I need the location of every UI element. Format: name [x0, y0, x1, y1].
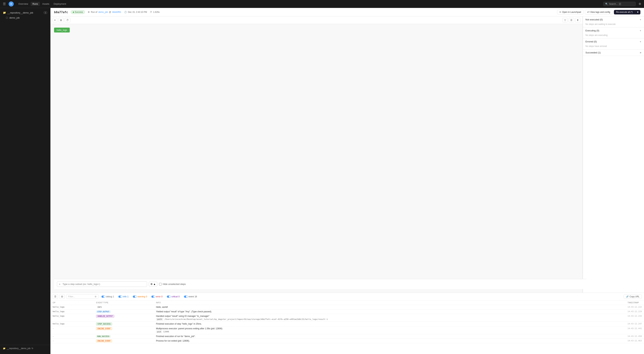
nav-overview[interactable]: Overview	[16, 2, 30, 6]
td-info: Multiprocess executor: parent process ex…	[154, 326, 626, 334]
chip-error[interactable]: error 0	[150, 295, 164, 298]
col-event-type: EVENT TYPE	[94, 300, 154, 305]
run-duration: 1.626s	[153, 11, 160, 13]
td-op: -	[50, 326, 94, 334]
status-label: Success	[75, 11, 83, 13]
re-execute-label: Re-execute all (*)	[616, 11, 633, 13]
rp-section-succeeded-header[interactable]: Succeeded (1) ▶	[583, 49, 644, 56]
toolbar-time-btn[interactable]: ⏱	[65, 18, 70, 22]
copy-icon[interactable]: ⧉	[326, 318, 328, 320]
logs-grid-btn[interactable]: ⊟	[60, 294, 65, 299]
info-text: Finished execution of run for "demo_job"…	[156, 335, 623, 337]
at-label: @	[109, 11, 111, 13]
rp-section-executing-header[interactable]: Executing (0) ▼	[583, 28, 644, 34]
step-subset-input[interactable]	[57, 281, 147, 287]
logs-list-btn[interactable]: ☰	[52, 294, 58, 299]
open-launchpad-button[interactable]: ✏ Open in Launchpad	[557, 10, 584, 15]
refresh-icon[interactable]: ↻	[32, 347, 33, 350]
event-type-badge: STEP_SUCCESS	[96, 323, 112, 325]
sub-key: path	[156, 318, 164, 321]
sidebar-bottom-repo[interactable]: 📁 __repository__demo_job ↻	[3, 346, 48, 350]
run-status-badge: Success	[71, 10, 85, 14]
launchpad-icon: ✏	[560, 11, 561, 13]
toolbar-grid-btn[interactable]: ⊞	[58, 18, 64, 22]
event-type-badge: STEP_OUTPUT	[96, 310, 110, 313]
chip-warning[interactable]: warning 0	[131, 295, 148, 298]
chip-info[interactable]: info 1	[117, 295, 130, 298]
td-event-type: HANDLED_OUTPUT	[94, 314, 154, 322]
rp-section-errored-header[interactable]: Errored (0) ▼	[583, 39, 644, 45]
run-icon: ⚙	[88, 11, 90, 13]
table-row: hello_logsINFOHello, world!14:43:12.222	[50, 305, 644, 309]
td-op: -	[50, 334, 94, 339]
nav-assets[interactable]: Assets	[40, 2, 51, 6]
graph-search-bar: ✦ ⚙ ▲ Hide unselected steps	[54, 279, 586, 289]
sidebar-item-job[interactable]: ⬡ demo_job	[0, 15, 50, 20]
run-meta-duration: ⏱ 1.626s	[150, 11, 160, 13]
rp-section-not-executed-header[interactable]: Not executed (0) ▼	[583, 17, 644, 23]
re-execute-button[interactable]: Re-execute all (*)	[614, 10, 635, 15]
tags-label: View tags and config	[590, 11, 610, 13]
layout-btn[interactable]: ⬆	[575, 18, 580, 22]
view-tags-button[interactable]: 🏷 View tags and config	[585, 10, 613, 15]
td-info: Hello, world!	[154, 305, 626, 309]
graph-settings-btn[interactable]: ⚙ ▲	[149, 282, 157, 286]
td-timestamp: 14:43:12.243	[626, 314, 644, 322]
logs-filter-input[interactable]: Filter... ⊗	[66, 294, 98, 299]
copy-url-button[interactable]: 🔗 Copy URL	[624, 294, 642, 299]
chip-debug-count: 1	[113, 295, 114, 298]
chip-debug-label: debug	[106, 295, 112, 298]
main-layout: 📁 __repository__demo_job 1 ⬡ demo_job 📁 …	[0, 8, 644, 354]
sidebar-item-repo[interactable]: 📁 __repository__demo_job 1	[0, 10, 50, 15]
sub-key: pid	[156, 330, 162, 333]
run-header: b8a77afc Success ⚙ Run of demo_job @ b6e…	[50, 8, 644, 17]
chevron-right-icon: ▶	[640, 51, 642, 54]
table-row: -ENGINE_EVENTProcess for run exited (pid…	[50, 339, 644, 343]
node-hello-logs[interactable]: hello_logs	[54, 28, 70, 33]
view-btn[interactable]: ☰	[569, 18, 574, 22]
nav-runs[interactable]: Runs	[31, 2, 40, 6]
table-row: hello_logsHANDLED_OUTPUTHandled output "…	[50, 314, 644, 322]
content-area: b8a77afc Success ⚙ Run of demo_job @ b6e…	[50, 8, 644, 354]
filter-btn[interactable]: ▽	[562, 18, 568, 22]
run-meta-job: ⚙ Run of demo_job @ b6eb0f91	[88, 11, 121, 13]
chevron-down-icon-3: ▼	[640, 41, 642, 43]
toggle-error	[151, 295, 155, 298]
table-row: hello_logsSTEP_SUCCESSFinished execution…	[50, 322, 644, 326]
log-table: OP EVENT TYPE INFO TIMESTAMP hello_logsI…	[50, 300, 644, 354]
logs-toolbar: ☰ ⊟ Filter... ⊗ debug 1 info 1	[50, 293, 644, 300]
commit-link[interactable]: b6eb0f91	[112, 11, 121, 13]
tag-icon: 🏷	[587, 11, 590, 13]
toggle-debug	[102, 295, 106, 298]
hamburger-icon[interactable]: ☰	[3, 2, 6, 6]
gear-icon[interactable]: ⚙	[638, 2, 641, 6]
info-text: Handled output "result" using IO manager…	[156, 315, 623, 317]
graph-toolbar: ≡ ⊞ ⏱ ▽ ☰ ⬆	[50, 17, 582, 24]
chip-debug[interactable]: debug 1	[100, 295, 116, 298]
td-info: Yielded output "result" of type "Any". (…	[154, 309, 626, 314]
filter-clear-icon[interactable]: ⊗	[94, 295, 96, 298]
search-wrapper: ✦	[57, 281, 147, 287]
right-panel: Not executed (0) ▼ No steps are waiting …	[583, 17, 644, 293]
td-op: -	[50, 339, 94, 343]
logs-panel: ☰ ⊟ Filter... ⊗ debug 1 info 1	[50, 293, 644, 354]
search-bar[interactable]: 🔍 Search... /	[603, 2, 636, 6]
rp-errored-content: No steps have errored	[583, 45, 644, 49]
rp-executing-empty: No steps are executing	[586, 34, 608, 37]
rp-errored-empty: No steps have errored	[586, 45, 607, 48]
chip-critical[interactable]: critical 0	[166, 295, 181, 298]
hide-unselected-checkbox[interactable]	[159, 283, 162, 285]
col-info: INFO	[154, 300, 626, 305]
toolbar-list-btn[interactable]: ≡	[52, 18, 57, 22]
sub-val: 12806	[163, 330, 169, 333]
graph-panel: ≡ ⊞ ⏱ ▽ ☰ ⬆ hello_logs ✦	[50, 17, 583, 293]
search-subset-icon: ✦	[59, 283, 61, 285]
nav-links: Overview Runs Assets Deployment	[16, 2, 68, 6]
chip-event[interactable]: event 16	[182, 295, 198, 298]
nav-deployment[interactable]: Deployment	[52, 2, 68, 6]
td-timestamp: 14:43:12.229	[626, 309, 644, 314]
run-id: b8a77afc	[54, 11, 68, 14]
re-execute-dropdown-arrow[interactable]: ▼	[635, 10, 640, 15]
job-link[interactable]: demo_job	[98, 11, 108, 13]
chip-event-count: 16	[194, 295, 197, 298]
